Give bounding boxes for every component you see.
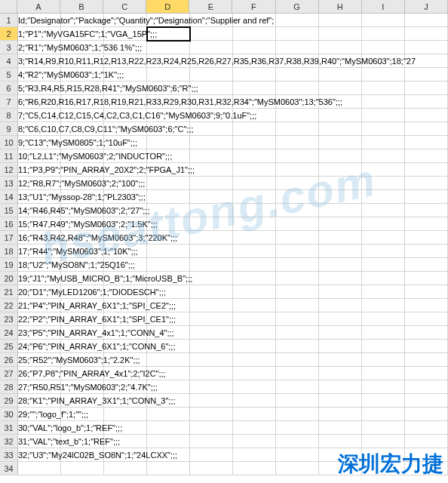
cell-I12[interactable] bbox=[362, 163, 405, 177]
cell-C32[interactable] bbox=[104, 435, 147, 448]
cell-C7[interactable] bbox=[104, 95, 147, 109]
cell-C19[interactable] bbox=[104, 258, 147, 272]
cell-C23[interactable] bbox=[104, 312, 147, 326]
cell-B11[interactable] bbox=[61, 149, 104, 163]
cell-E2[interactable] bbox=[190, 27, 233, 41]
cell-A13[interactable]: 12;"R8,R7";"MySM0603";2;"100";;; bbox=[18, 177, 61, 190]
cell-D23[interactable] bbox=[147, 312, 190, 326]
cell-H2[interactable] bbox=[319, 27, 362, 41]
cell-B7[interactable] bbox=[61, 95, 104, 109]
cell-F9[interactable] bbox=[233, 122, 276, 136]
cell-C24[interactable] bbox=[104, 326, 147, 340]
cell-A17[interactable]: 16;"R43,R42,R48";"MySM0603";3;"220K";;; bbox=[18, 231, 61, 245]
cell-E29[interactable] bbox=[190, 394, 233, 408]
cell-E34[interactable] bbox=[190, 462, 233, 475]
cell-D7[interactable] bbox=[147, 95, 190, 109]
cell-B10[interactable] bbox=[61, 136, 104, 149]
cell-F27[interactable] bbox=[233, 367, 276, 380]
row-header-23[interactable]: 23 bbox=[0, 312, 18, 326]
cell-G19[interactable] bbox=[276, 258, 319, 272]
cell-A31[interactable]: 30;"VAL";"logo_b";1;"REF";;; bbox=[18, 421, 61, 435]
cell-C29[interactable] bbox=[104, 394, 147, 408]
cell-G30[interactable] bbox=[276, 408, 319, 421]
row-header-18[interactable]: 18 bbox=[0, 245, 18, 258]
cell-B17[interactable] bbox=[61, 231, 104, 245]
column-header-C[interactable]: C bbox=[103, 0, 146, 14]
cell-J32[interactable] bbox=[405, 435, 448, 448]
row-header-28[interactable]: 28 bbox=[0, 380, 18, 394]
cell-I25[interactable] bbox=[362, 340, 405, 353]
cell-B22[interactable] bbox=[61, 299, 104, 312]
cell-I24[interactable] bbox=[362, 326, 405, 340]
cell-B3[interactable] bbox=[61, 41, 104, 54]
cell-F14[interactable] bbox=[233, 190, 276, 204]
cell-F15[interactable] bbox=[233, 204, 276, 217]
cell-H21[interactable] bbox=[319, 285, 362, 299]
cell-J31[interactable] bbox=[405, 421, 448, 435]
column-header-B[interactable]: B bbox=[60, 0, 103, 14]
cell-C18[interactable] bbox=[104, 245, 147, 258]
cell-C15[interactable] bbox=[104, 204, 147, 217]
cell-G22[interactable] bbox=[276, 299, 319, 312]
cell-B30[interactable] bbox=[61, 408, 104, 421]
cell-B21[interactable] bbox=[61, 285, 104, 299]
cell-H17[interactable] bbox=[319, 231, 362, 245]
column-header-G[interactable]: G bbox=[276, 0, 319, 14]
cell-A19[interactable]: 18;"U2";"MySO8N";1;"25Q16";;; bbox=[18, 258, 61, 272]
cell-E9[interactable] bbox=[190, 122, 233, 136]
cell-B12[interactable] bbox=[61, 163, 104, 177]
row-header-3[interactable]: 3 bbox=[0, 41, 18, 54]
cell-E14[interactable] bbox=[190, 190, 233, 204]
cell-E3[interactable] bbox=[190, 41, 233, 54]
cell-C34[interactable] bbox=[104, 462, 147, 475]
cell-F32[interactable] bbox=[233, 435, 276, 448]
cell-J6[interactable] bbox=[405, 82, 448, 95]
row-header-34[interactable]: 34 bbox=[0, 462, 18, 475]
cell-D11[interactable] bbox=[147, 149, 190, 163]
cell-G4[interactable] bbox=[276, 54, 319, 68]
cell-J12[interactable] bbox=[405, 163, 448, 177]
cell-G18[interactable] bbox=[276, 245, 319, 258]
column-header-J[interactable]: J bbox=[405, 0, 448, 14]
cell-G28[interactable] bbox=[276, 380, 319, 394]
cell-C25[interactable] bbox=[104, 340, 147, 353]
row-header-9[interactable]: 9 bbox=[0, 122, 18, 136]
cell-D32[interactable] bbox=[147, 435, 190, 448]
row-header-15[interactable]: 15 bbox=[0, 204, 18, 217]
column-header-I[interactable]: I bbox=[362, 0, 405, 14]
cell-A3[interactable]: 2;"R1";"MySM0603";1;"536 1%";;; bbox=[18, 41, 61, 54]
cell-F4[interactable] bbox=[233, 54, 276, 68]
cell-G10[interactable] bbox=[276, 136, 319, 149]
cell-B4[interactable] bbox=[61, 54, 104, 68]
cell-J13[interactable] bbox=[405, 177, 448, 190]
cell-C6[interactable] bbox=[104, 82, 147, 95]
cell-C9[interactable] bbox=[104, 122, 147, 136]
cell-I29[interactable] bbox=[362, 394, 405, 408]
cell-B9[interactable] bbox=[61, 122, 104, 136]
cell-I8[interactable] bbox=[362, 109, 405, 122]
cell-F3[interactable] bbox=[233, 41, 276, 54]
cell-A8[interactable]: 7;"C5,C14,C12,C15,C4,C2,C3,C1,C16";"MySM… bbox=[18, 109, 61, 122]
cell-J16[interactable] bbox=[405, 217, 448, 231]
cell-I32[interactable] bbox=[362, 435, 405, 448]
cell-C31[interactable] bbox=[104, 421, 147, 435]
row-header-19[interactable]: 19 bbox=[0, 258, 18, 272]
cell-A29[interactable]: 28;"K1";"PIN_ARRAY_3X1";1;"CONN_3";;; bbox=[18, 394, 61, 408]
cell-E7[interactable] bbox=[190, 95, 233, 109]
cell-B29[interactable] bbox=[61, 394, 104, 408]
cell-G11[interactable] bbox=[276, 149, 319, 163]
cell-F1[interactable] bbox=[233, 14, 276, 27]
cell-C4[interactable] bbox=[104, 54, 147, 68]
cell-B14[interactable] bbox=[61, 190, 104, 204]
cell-C17[interactable] bbox=[104, 231, 147, 245]
cell-C27[interactable] bbox=[104, 367, 147, 380]
cell-H19[interactable] bbox=[319, 258, 362, 272]
cell-D18[interactable] bbox=[147, 245, 190, 258]
cell-C22[interactable] bbox=[104, 299, 147, 312]
cell-C20[interactable] bbox=[104, 272, 147, 285]
cell-H13[interactable] bbox=[319, 177, 362, 190]
cell-B6[interactable] bbox=[61, 82, 104, 95]
cell-F6[interactable] bbox=[233, 82, 276, 95]
cell-A34[interactable] bbox=[18, 462, 61, 475]
cell-D8[interactable] bbox=[147, 109, 190, 122]
